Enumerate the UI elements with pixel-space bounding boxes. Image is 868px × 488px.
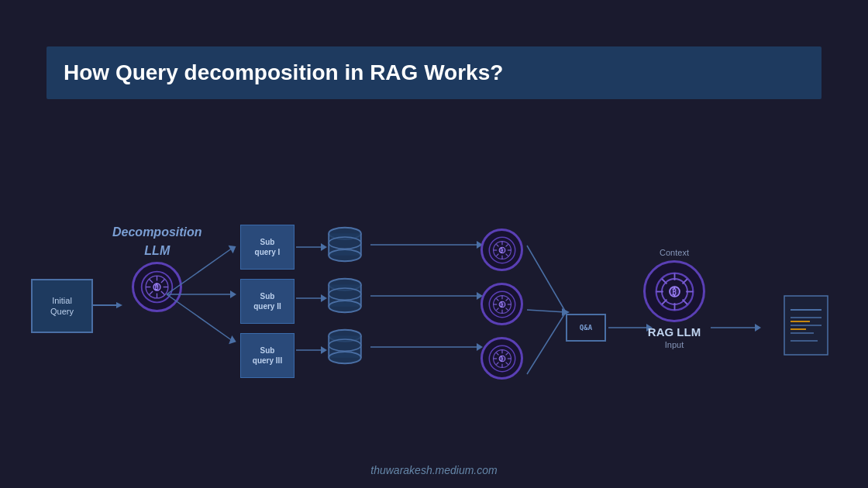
- initial-query-box: Initial Query: [31, 279, 93, 333]
- subquery-3: Subquery III: [240, 333, 294, 378]
- rag-to-doc-arrow: [711, 321, 773, 337]
- subquery-1: Subquery I: [240, 225, 294, 270]
- subquery-2: Subquery II: [240, 279, 294, 324]
- svg-marker-105: [755, 324, 761, 332]
- title-bar: How Query decomposition in RAG Works?: [46, 46, 822, 99]
- database-3: [322, 327, 368, 367]
- svg-line-86: [527, 246, 566, 312]
- footer-text: thuwarakesh.medium.com: [370, 464, 497, 476]
- svg-text:₿: ₿: [671, 287, 676, 297]
- context-label: Context: [643, 248, 705, 257]
- footer: thuwarakesh.medium.com: [0, 464, 868, 476]
- svg-line-18: [167, 294, 232, 341]
- svg-point-40: [329, 352, 361, 363]
- retrieval-brain-1: ₿: [480, 229, 523, 271]
- svg-marker-19: [229, 335, 238, 346]
- svg-line-59: [496, 253, 498, 256]
- rag-llm-section: Context ₿ RAG LLM Input: [643, 248, 705, 349]
- svg-line-58: [505, 244, 508, 246]
- svg-text:₿: ₿: [499, 247, 502, 253]
- db-to-retrieval-arrows: [370, 225, 494, 442]
- svg-line-81: [505, 362, 508, 364]
- database-group: [322, 225, 368, 367]
- document-icon: [783, 294, 829, 356]
- svg-line-8: [150, 280, 153, 284]
- database-2: [322, 276, 368, 316]
- rag-brain-icon: ₿: [643, 260, 705, 322]
- svg-text:₿: ₿: [499, 301, 502, 308]
- svg-line-80: [496, 352, 498, 355]
- rag-input-label: Input: [643, 340, 705, 349]
- svg-line-9: [161, 291, 165, 295]
- svg-point-28: [329, 249, 361, 261]
- initial-query-label: Initial Query: [50, 295, 74, 318]
- svg-line-10: [161, 280, 165, 284]
- svg-marker-17: [230, 290, 236, 298]
- svg-line-88: [527, 312, 566, 374]
- qa-box: Q&A: [566, 314, 606, 342]
- retrieval-group: ₿ ₿: [480, 229, 523, 380]
- svg-line-56: [496, 244, 498, 246]
- svg-point-34: [329, 301, 361, 312]
- svg-line-70: [505, 298, 508, 301]
- svg-line-69: [505, 308, 508, 310]
- svg-line-82: [505, 352, 508, 355]
- svg-line-57: [505, 253, 508, 256]
- svg-line-87: [527, 310, 566, 312]
- diagram-area: Initial Query Decomposition LLM: [0, 124, 868, 442]
- page-title: How Query decomposition in RAG Works?: [64, 60, 804, 85]
- svg-line-71: [496, 308, 498, 310]
- svg-text:₿: ₿: [499, 356, 502, 362]
- svg-line-83: [496, 362, 498, 364]
- svg-line-68: [496, 298, 498, 301]
- svg-line-14: [167, 248, 232, 294]
- retrieval-brain-2: ₿: [480, 283, 523, 325]
- subquery-group: Subquery I Subquery II Subquery III: [240, 225, 294, 378]
- qa-label: Q&A: [580, 324, 592, 332]
- database-1: [322, 225, 368, 265]
- retrieval-brain-3: ₿: [480, 337, 523, 380]
- svg-marker-15: [229, 242, 239, 253]
- svg-line-11: [150, 291, 153, 295]
- rag-label: RAG LLM: [643, 325, 705, 339]
